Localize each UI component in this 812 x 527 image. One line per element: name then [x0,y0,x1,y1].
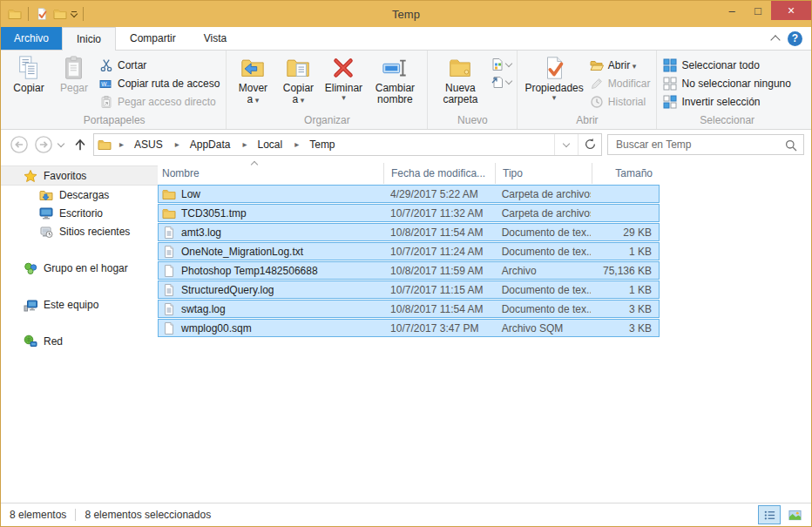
file-row[interactable]: wmplog00.sqm 10/7/2017 3:47 PM Archivo S… [158,319,660,337]
folder-icon [98,138,112,152]
search-input[interactable] [608,135,803,154]
address-bar-row: ASUS AppData Local Temp [1,130,811,159]
rename-button[interactable]: Cambiar nombre [366,52,423,105]
thumbnails-view-button[interactable] [783,505,806,524]
sidebar-item-escritorio[interactable]: Escritorio [1,204,158,222]
select-none-button[interactable]: No seleccionar ninguno [660,74,793,92]
text-document-icon [162,283,176,297]
up-button[interactable] [72,137,88,152]
qat-separator [28,7,29,21]
tab-inicio[interactable]: Inicio [62,27,116,51]
refresh-button[interactable] [578,134,601,155]
chevron-down-icon [505,78,512,84]
modify-button[interactable]: Modificar [587,74,653,92]
recent-locations-icon[interactable] [58,139,64,146]
sidebar-item-sitios-recientes[interactable]: Sitios recientes [1,222,158,240]
file-row[interactable]: OneNote_MigrationLog.txt 10/7/2017 11:24… [158,242,660,260]
minimize-button[interactable]: – [719,1,745,20]
recent-places-icon [39,225,53,239]
collapse-ribbon-icon[interactable] [770,35,780,44]
properties-button[interactable]: Propiedades [521,52,586,101]
maximize-button[interactable]: □ [745,1,771,20]
status-separator [75,509,76,521]
text-document-icon [162,226,176,240]
folder-icon [162,206,176,220]
group-label-organize: Organizar [230,113,423,129]
column-header-fecha[interactable]: Fecha de modifica... [383,163,495,184]
downloads-icon [39,188,53,202]
back-button[interactable] [10,135,29,154]
copy-button[interactable]: Copiar [6,52,51,94]
file-row[interactable]: StructuredQuery.log 10/7/2017 11:15 AM D… [158,280,660,299]
qat-customize-button[interactable] [71,11,77,17]
new-item-button[interactable] [489,56,513,73]
sidebar-item-este-equipo[interactable]: Este equipo [1,295,158,314]
file-row[interactable]: Photoshop Temp1482506688 10/8/2017 11:59… [158,261,660,280]
file-icon [162,264,176,278]
column-headers: Nombre Fecha de modifica... Tipo Tamaño [158,163,811,184]
column-header-tamano[interactable]: Tamaño [592,163,660,184]
sidebar-item-grupo-en-el-hogar[interactable]: Grupo en el hogar [1,259,158,277]
new-folder-button[interactable]: Nueva carpeta [431,52,489,105]
help-icon[interactable]: ? [788,31,802,46]
paste-shortcut-button[interactable]: Pegar acceso directo [97,92,222,111]
close-button[interactable]: × [771,1,811,20]
group-label-new: Nuevo [431,113,513,129]
column-header-nombre[interactable]: Nombre [158,163,383,184]
sidebar-item-favoritos[interactable]: Favoritos [1,166,158,186]
tab-archivo[interactable]: Archivo [1,27,62,50]
search-box [607,134,804,155]
qat-new-folder-icon[interactable] [53,7,67,21]
main-area: Favoritos Descargas Escritorio Sitios re… [1,159,811,503]
delete-button[interactable]: Eliminar [321,52,366,101]
file-row[interactable]: swtag.log 10/8/2017 11:54 AM Documento d… [158,300,660,318]
column-header-tipo[interactable]: Tipo [495,163,592,184]
titlebar: Temp – □ × [1,1,811,27]
group-label-open: Abrir [521,113,653,129]
breadcrumb[interactable]: ASUS AppData Local Temp [93,133,602,156]
open-button[interactable]: Abrir [587,56,653,74]
group-label-clipboard: Portapapeles [6,113,222,129]
quick-access-toolbar [1,7,85,21]
file-rows: Low 4/29/2017 5:22 AM Carpeta de archivo… [158,185,660,337]
qat-properties-icon[interactable] [35,7,49,21]
sidebar-item-descargas[interactable]: Descargas [1,186,158,204]
chevron-down-icon [71,10,78,17]
file-row[interactable]: TCD3051.tmp 10/7/2017 11:32 AM Carpeta d… [158,204,660,222]
sidebar-item-red[interactable]: Red [1,332,158,350]
ribbon-group-organize: Mover a Copiar a Eliminar Cambiar nombre… [227,51,428,129]
network-icon [24,334,37,348]
tab-compartir[interactable]: Compartir [116,27,190,50]
computer-icon [24,298,37,312]
forward-button[interactable] [34,135,53,154]
address-dropdown-button[interactable] [554,134,578,155]
invert-selection-button[interactable]: Invertir selección [660,92,793,111]
select-all-button[interactable]: Seleccionar todo [660,56,793,74]
breadcrumb-segment[interactable]: ASUS [113,134,169,155]
item-count: 8 elementos [10,509,66,521]
navigation-pane: Favoritos Descargas Escritorio Sitios re… [1,159,158,503]
search-icon[interactable] [785,139,797,152]
selected-count: 8 elementos seleccionados [85,509,211,521]
file-list-pane: Nombre Fecha de modifica... Tipo Tamaño … [158,159,811,503]
homegroup-icon [24,261,37,275]
history-button[interactable]: Historial [587,92,653,111]
paste-button[interactable]: Pegar [51,52,97,94]
file-row[interactable]: amt3.log 10/8/2017 11:54 AM Documento de… [158,223,660,241]
breadcrumb-segment[interactable]: AppData [169,134,237,155]
cut-button[interactable]: Cortar [97,56,222,74]
window-title: Temp [1,8,811,21]
copy-path-button[interactable]: Copiar ruta de acceso [97,74,222,92]
status-bar: 8 elementos 8 elementos seleccionados [1,503,811,526]
file-row[interactable]: Low 4/29/2017 5:22 AM Carpeta de archivo… [158,185,660,203]
copy-to-button[interactable]: Copiar a [275,52,321,106]
breadcrumb-segment[interactable]: Local [236,134,288,155]
group-label-select: Seleccionar [660,113,793,129]
tab-vista[interactable]: Vista [190,27,240,50]
ribbon-group-new: Nueva carpeta Nuevo [428,51,518,129]
details-view-button[interactable] [758,505,781,524]
breadcrumb-segment[interactable]: Temp [288,134,341,155]
easy-access-button[interactable] [489,73,513,91]
move-to-button[interactable]: Mover a [230,52,275,106]
window-controls: – □ × [719,1,811,20]
